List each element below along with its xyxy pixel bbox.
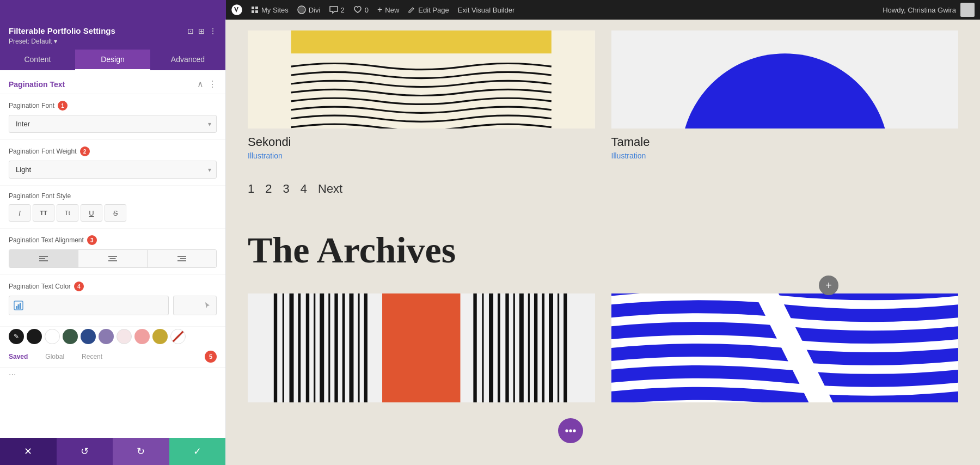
my-sites-menu[interactable]: My Sites: [251, 6, 289, 14]
svg-rect-36: [364, 293, 367, 402]
edit-page-button[interactable]: Edit Page: [408, 6, 449, 14]
preset-selector[interactable]: Preset: Default: [9, 38, 217, 45]
svg-rect-26: [290, 293, 294, 402]
svg-rect-20: [291, 30, 552, 53]
comments-icon[interactable]: 2: [329, 6, 345, 14]
portfolio-item-sekondi: Sekondi Illustration: [248, 30, 595, 160]
svg-rect-29: [314, 293, 315, 402]
svg-rect-33: [342, 293, 345, 402]
color-desktop-input[interactable]: [9, 296, 169, 315]
color-swatch-white[interactable]: [45, 329, 60, 344]
color-tab-saved[interactable]: Saved: [9, 353, 28, 360]
color-swatch-navy[interactable]: [81, 329, 96, 344]
new-content-button[interactable]: + New: [377, 5, 399, 15]
align-center-button[interactable]: [78, 250, 148, 267]
divi-menu[interactable]: Divi: [297, 5, 321, 14]
user-greeting: Howdy, Christina Gwira: [883, 6, 956, 14]
save-button[interactable]: ✓: [169, 438, 226, 465]
add-content-button[interactable]: +: [819, 276, 838, 295]
svg-rect-47: [542, 293, 544, 402]
portfolio-item-bottom-right: [611, 293, 959, 402]
color-picker-swatch[interactable]: ✎: [9, 329, 24, 344]
pagination-page-1[interactable]: 1: [248, 182, 254, 196]
more-options-button[interactable]: •••: [558, 418, 583, 443]
panel-menu-icon[interactable]: ⋮: [209, 27, 217, 35]
strikethrough-style-button[interactable]: S: [105, 204, 126, 222]
pagination-font-weight-select[interactable]: Light: [9, 161, 217, 179]
svg-rect-3: [252, 10, 254, 13]
italic-style-button[interactable]: I: [9, 204, 30, 222]
svg-rect-30: [320, 293, 324, 402]
section-collapse-icon[interactable]: ∧: [197, 79, 204, 89]
user-avatar[interactable]: [960, 3, 975, 17]
step-3-badge: 3: [87, 235, 97, 245]
svg-rect-38: [473, 293, 476, 402]
svg-rect-17: [18, 304, 20, 309]
svg-rect-37: [382, 293, 460, 402]
pagination-page-2[interactable]: 2: [265, 182, 272, 196]
color-swatch-pink[interactable]: [134, 329, 150, 344]
pagination-text-alignment-label: Pagination Text Alignment: [9, 236, 84, 244]
color-tab-global[interactable]: Global: [45, 353, 64, 360]
color-tab-recent[interactable]: Recent: [82, 353, 102, 360]
svg-rect-34: [349, 293, 353, 402]
svg-rect-42: [505, 293, 509, 402]
step-2-badge: 2: [80, 146, 90, 156]
color-swatch-lavender[interactable]: [99, 329, 114, 344]
svg-rect-41: [498, 293, 500, 402]
pagination-font-label: Pagination Font: [9, 102, 54, 109]
svg-rect-28: [306, 293, 309, 402]
panel-title: Filterable Portfolio Settings: [9, 26, 115, 35]
pagination-font-style-label: Pagination Font Style: [9, 192, 71, 200]
align-right-button[interactable]: [148, 250, 216, 267]
svg-rect-4: [255, 10, 258, 13]
section-title: Pagination Text: [9, 80, 65, 89]
svg-rect-25: [283, 293, 284, 402]
redo-button[interactable]: ↻: [113, 438, 169, 465]
underline-style-button[interactable]: U: [81, 204, 102, 222]
tab-design[interactable]: Design: [75, 50, 150, 70]
svg-rect-39: [482, 293, 483, 402]
step-5-badge: 5: [205, 351, 217, 363]
svg-rect-43: [513, 293, 515, 402]
color-swatch-gold[interactable]: [152, 329, 168, 344]
step-1-badge: 1: [58, 101, 68, 111]
undo-button[interactable]: ↺: [57, 438, 113, 465]
color-swatch-blush[interactable]: [117, 329, 132, 344]
wp-logo-icon[interactable]: [231, 4, 242, 15]
tab-content[interactable]: Content: [0, 50, 75, 70]
color-swatch-red-slash[interactable]: [170, 329, 186, 344]
section-options-icon[interactable]: ⋮: [208, 79, 217, 89]
svg-rect-2: [255, 7, 258, 9]
uppercase-style-button[interactable]: TT: [33, 204, 54, 222]
svg-rect-35: [358, 293, 359, 402]
step-4-badge: 4: [74, 282, 84, 291]
svg-rect-46: [534, 293, 537, 402]
pagination-page-3[interactable]: 3: [283, 182, 290, 196]
svg-rect-24: [274, 293, 277, 402]
pagination-next[interactable]: Next: [318, 182, 342, 196]
portfolio-category-tamale[interactable]: Illustration: [611, 151, 959, 160]
color-swatch-green[interactable]: [63, 329, 78, 344]
likes-icon[interactable]: 0: [353, 6, 369, 14]
panel-expand-icon[interactable]: ⊞: [198, 27, 205, 35]
tab-advanced[interactable]: Advanced: [150, 50, 225, 70]
more-options-dots[interactable]: ···: [0, 368, 225, 384]
color-swatch-black[interactable]: [27, 329, 42, 344]
cancel-button[interactable]: ✕: [0, 438, 57, 465]
exit-builder-button[interactable]: Exit Visual Builder: [458, 6, 515, 14]
pagination-font-weight-label: Pagination Font Weight: [9, 148, 77, 155]
pagination-font-select[interactable]: Inter: [9, 115, 217, 133]
panel-collapse-icon[interactable]: ⊡: [187, 27, 194, 35]
svg-rect-27: [298, 293, 301, 402]
svg-rect-45: [528, 293, 530, 402]
portfolio-category-sekondi[interactable]: Illustration: [248, 151, 595, 160]
pagination-page-4[interactable]: 4: [301, 182, 307, 196]
color-cursor-input[interactable]: [173, 296, 217, 315]
svg-rect-31: [328, 293, 330, 402]
svg-rect-50: [564, 293, 567, 402]
capitalize-style-button[interactable]: Tt: [57, 204, 78, 222]
svg-rect-48: [549, 293, 553, 402]
portfolio-name-sekondi: Sekondi: [248, 135, 595, 149]
align-left-button[interactable]: [9, 250, 78, 267]
